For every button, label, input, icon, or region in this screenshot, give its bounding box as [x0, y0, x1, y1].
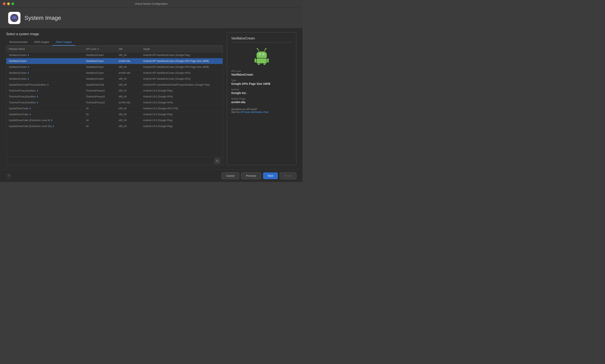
download-icon[interactable]: ⬇: [29, 113, 31, 116]
finish-button[interactable]: Finish: [280, 172, 296, 179]
table-row[interactable]: VanillaIceCream ⬇VanillaIceCreamx86_64An…: [6, 64, 223, 70]
download-icon[interactable]: ⬇: [27, 54, 29, 57]
table-row[interactable]: UpsideDownCakePrivacySandbox ⬇UpsideDown…: [6, 82, 223, 88]
api-level-field: API Level VanillaIceCream: [231, 70, 292, 76]
action-buttons: Cancel Previous Next Finish: [222, 172, 296, 179]
svg-rect-13: [258, 64, 260, 65]
table-row[interactable]: TiramisuPrivacySandbox ⬇TiramisuPrivacyS…: [6, 100, 223, 106]
cell-abi: x86_64: [119, 113, 143, 116]
table-row[interactable]: UpsideDownCake ⬇34x86_64Android 14.0 (Go…: [6, 106, 223, 112]
cell-api-level: VanillaIceCream: [86, 71, 119, 74]
cell-release-name: TiramisuPrivacySandbox ⬇: [9, 89, 86, 92]
cell-target: Android API UpsideDownCakePrivacySandbox…: [143, 83, 220, 86]
tab-other-images[interactable]: Other Images: [52, 39, 75, 46]
col-release-name: Release Name: [9, 48, 86, 51]
minimize-button[interactable]: [7, 2, 10, 5]
svg-line-2: [258, 49, 259, 51]
download-icon[interactable]: ⬇: [52, 125, 54, 128]
download-icon[interactable]: ⬇: [37, 90, 39, 92]
next-button[interactable]: Next: [263, 172, 278, 179]
cell-abi: x86_64: [119, 65, 143, 68]
previous-button[interactable]: Previous: [241, 172, 261, 179]
table-row[interactable]: TiramisuPrivacySandbox ⬇TiramisuPrivacyS…: [6, 88, 223, 94]
svg-rect-12: [267, 58, 269, 63]
cell-api-level: 34: [86, 107, 119, 110]
table-row[interactable]: VanillaIceCreamVanillaIceCreamarm64-v8aA…: [6, 58, 223, 64]
type-field: Type Google APIs Page Size 16KB: [231, 79, 292, 85]
cell-release-name: VanillaIceCream ⬇: [9, 65, 86, 68]
table-row[interactable]: VanillaIceCream ⬇VanillaIceCreamx86_64An…: [6, 76, 223, 82]
cell-api-level: VanillaIceCream: [86, 54, 119, 57]
page-title: System Image: [25, 15, 61, 21]
cell-abi: x86_64: [119, 78, 143, 80]
cell-api-level: VanillaIceCream: [86, 78, 119, 80]
cell-release-name: UpsideDownCake ⬇: [9, 107, 86, 110]
cell-target: Android 14.0 (Google APIs): [143, 101, 220, 104]
cell-target: Android 14.0 (Google Play): [143, 89, 220, 92]
cell-target: Android API VanillaIceCream (Google APIs…: [143, 78, 220, 80]
download-icon[interactable]: ⬇: [27, 72, 29, 74]
cell-abi: arm64-v8a: [119, 60, 143, 63]
tab-recommended[interactable]: Recommended: [6, 39, 31, 46]
cell-target: Android 14.0 (Google APIs ATD): [143, 107, 220, 110]
download-icon[interactable]: ⬇: [51, 119, 53, 122]
col-target: Target: [143, 48, 220, 51]
table-body: VanillaIceCream ⬇VanillaIceCreamx86_64An…: [6, 52, 223, 157]
android-label: Android: [231, 88, 292, 91]
cancel-button[interactable]: Cancel: [222, 172, 239, 179]
cell-abi: x86_64: [119, 119, 143, 122]
download-icon[interactable]: ⬇: [37, 95, 39, 98]
download-icon[interactable]: ⬇: [27, 66, 29, 68]
cell-release-name: UpsideDownCake ⬇: [9, 113, 86, 116]
cell-target: Android 14.0 (Google Play): [143, 125, 220, 128]
svg-point-1: [13, 17, 15, 19]
info-card: VanillaIceCream: [227, 32, 296, 165]
table-row[interactable]: VanillaIceCream ⬇VanillaIceCreamx86_64An…: [6, 52, 223, 58]
cell-release-name: UpsideDownCake (Extension Level 10) ⬇: [9, 125, 86, 128]
tab-arm-images[interactable]: ARM Images: [31, 39, 52, 46]
cell-release-name: VanillaIceCream: [9, 60, 86, 63]
svg-point-3: [257, 48, 258, 49]
android-value: Google Inc.: [231, 91, 292, 95]
table-row[interactable]: UpsideDownCake ⬇34x86_64Android 14.0 (Go…: [6, 112, 223, 117]
download-icon[interactable]: ⬇: [29, 107, 31, 110]
system-image-table: Release Name API Level ▼ ABI Target Vani…: [6, 46, 223, 165]
cell-abi: x86_64: [119, 83, 143, 86]
cell-abi: arm64-v8a: [119, 71, 143, 74]
download-icon[interactable]: ⬇: [47, 84, 49, 86]
zoom-button[interactable]: [12, 2, 14, 5]
type-label: Type: [231, 79, 292, 81]
info-card-title: VanillaIceCream: [231, 37, 292, 42]
cell-api-level: TiramisuPrivacyS: [86, 89, 119, 92]
cell-api-level: UpsideDownCak: [86, 83, 119, 86]
svg-rect-11: [255, 58, 256, 63]
table-row[interactable]: UpsideDownCake (Extension Level 8) ⬇34x8…: [6, 117, 223, 123]
type-value: Google APIs Page Size 16KB: [231, 82, 292, 85]
col-abi: ABI: [119, 48, 143, 51]
android-logo: [231, 47, 292, 65]
cell-api-level: VanillaIceCream: [86, 65, 119, 68]
api-distribution-link[interactable]: API level distribution chart: [240, 111, 269, 114]
col-api-level[interactable]: API Level ▼: [86, 48, 119, 51]
cell-target: Android API VanillaIceCream (Google APIs…: [143, 65, 220, 68]
section-title: Select a system image: [6, 32, 223, 36]
refresh-button[interactable]: ↻: [215, 158, 220, 164]
cell-target: Android 14.0 (Google APIs): [143, 95, 220, 98]
cell-release-name: VanillaIceCream ⬇: [9, 78, 86, 80]
table-row[interactable]: VanillaIceCream ⬇VanillaIceCreamarm64-v8…: [6, 70, 223, 76]
window-title: Virtual Device Configuration: [135, 2, 168, 5]
close-button[interactable]: [3, 2, 5, 5]
svg-rect-14: [263, 64, 266, 65]
android-field: Android Google Inc.: [231, 88, 292, 95]
svg-point-8: [260, 54, 260, 55]
cell-api-level: 34: [86, 119, 119, 122]
table-row[interactable]: UpsideDownCake (Extension Level 10) ⬇34x…: [6, 123, 223, 129]
download-icon[interactable]: ⬇: [27, 78, 29, 80]
table-row[interactable]: TiramisuPrivacySandbox ⬇TiramisuPrivacyS…: [6, 94, 223, 100]
help-button[interactable]: ?: [6, 173, 11, 178]
cell-abi: x86_64: [119, 95, 143, 98]
cell-api-level: 34: [86, 125, 119, 128]
cell-release-name: UpsideDownCake (Extension Level 8) ⬇: [9, 119, 86, 122]
download-icon[interactable]: ⬇: [37, 101, 39, 104]
right-panel: VanillaIceCream: [227, 32, 296, 165]
